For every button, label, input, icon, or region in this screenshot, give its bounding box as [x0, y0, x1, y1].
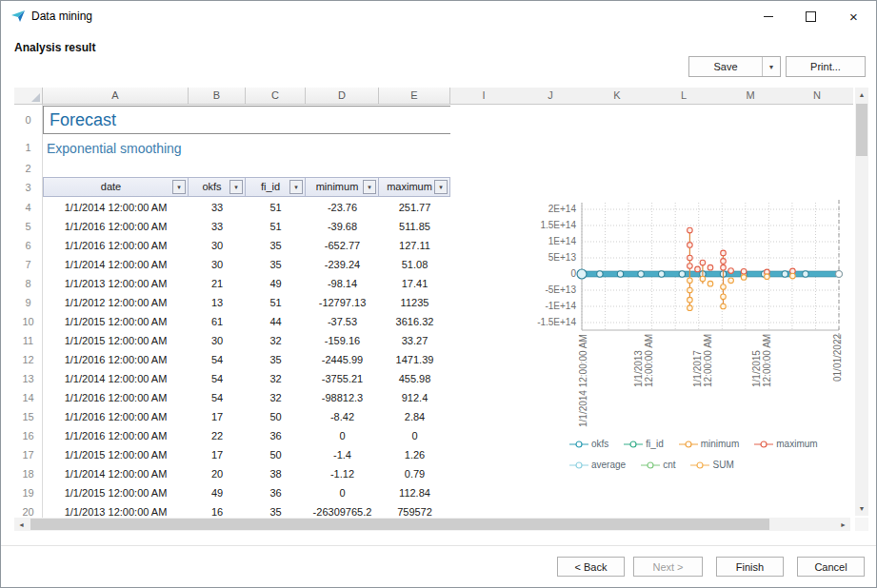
- row-number[interactable]: 15: [14, 407, 42, 426]
- row-number[interactable]: 8: [14, 274, 42, 293]
- row-number[interactable]: 2: [14, 160, 42, 177]
- table-cell[interactable]: 35: [246, 502, 306, 518]
- table-cell[interactable]: 0: [379, 426, 450, 445]
- column-header-far[interactable]: L: [681, 88, 687, 104]
- row-number[interactable]: 13: [14, 369, 42, 388]
- table-cell[interactable]: -8.42: [306, 407, 379, 426]
- save-dropdown-icon[interactable]: ▾: [763, 63, 780, 71]
- table-cell[interactable]: 1/1/2016 12:00:00 AM: [43, 407, 189, 426]
- maximize-button[interactable]: [789, 2, 832, 31]
- row-number[interactable]: 9: [14, 293, 42, 312]
- table-cell[interactable]: -2445.99: [306, 350, 379, 369]
- table-cell[interactable]: 1/1/2016 12:00:00 AM: [43, 388, 189, 407]
- table-cell[interactable]: -1.4: [306, 445, 379, 464]
- table-cell[interactable]: 21: [189, 274, 246, 293]
- table-cell[interactable]: 1/1/2016 12:00:00 AM: [43, 350, 189, 369]
- back-button[interactable]: < Back: [557, 557, 625, 577]
- table-cell[interactable]: 20: [189, 464, 246, 483]
- table-cell[interactable]: 1/1/2013 12:00:00 AM: [43, 502, 189, 518]
- table-cell[interactable]: 17: [189, 445, 246, 464]
- subtitle-cell[interactable]: Exponential smoothing: [47, 141, 182, 156]
- scroll-up-icon[interactable]: ▲: [855, 88, 868, 102]
- table-cell[interactable]: 30: [189, 331, 246, 350]
- table-cell[interactable]: 1/1/2015 12:00:00 AM: [43, 312, 189, 331]
- column-header-B[interactable]: B: [189, 88, 246, 104]
- save-button[interactable]: Save ▾: [688, 56, 781, 77]
- title-bar[interactable]: Data mining ×: [1, 1, 876, 31]
- column-header-far[interactable]: I: [482, 88, 485, 104]
- table-cell[interactable]: 22: [189, 426, 246, 445]
- filter-header-maximum[interactable]: maximum▾: [379, 177, 450, 197]
- row-number[interactable]: 10: [14, 312, 42, 331]
- table-cell[interactable]: 49: [246, 274, 306, 293]
- table-cell[interactable]: 1/1/2015 12:00:00 AM: [43, 445, 189, 464]
- table-cell[interactable]: 455.98: [379, 369, 450, 388]
- scroll-right-icon[interactable]: ►: [836, 518, 850, 531]
- table-cell[interactable]: 759572: [379, 502, 450, 518]
- filter-dropdown-button[interactable]: ▾: [289, 180, 303, 194]
- table-cell[interactable]: 1/1/2016 12:00:00 AM: [43, 236, 189, 255]
- table-cell[interactable]: -1.12: [306, 464, 379, 483]
- cancel-button[interactable]: Cancel: [797, 557, 865, 577]
- table-cell[interactable]: 1/1/2014 12:00:00 AM: [43, 369, 189, 388]
- table-cell[interactable]: -98.14: [306, 274, 379, 293]
- table-cell[interactable]: -23.76: [306, 198, 379, 217]
- table-cell[interactable]: 49: [189, 483, 246, 502]
- table-cell[interactable]: 112.84: [379, 483, 450, 502]
- table-cell[interactable]: 51: [246, 217, 306, 236]
- table-cell[interactable]: 1/1/2014 12:00:00 AM: [43, 255, 189, 274]
- table-cell[interactable]: 912.4: [379, 388, 450, 407]
- table-cell[interactable]: 16: [189, 502, 246, 518]
- table-cell[interactable]: -3755.21: [306, 369, 379, 388]
- column-header-far[interactable]: M: [746, 88, 754, 104]
- table-cell[interactable]: 1/1/2014 12:00:00 AM: [43, 198, 189, 217]
- select-all-corner[interactable]: [14, 88, 43, 104]
- row-number[interactable]: 1: [14, 135, 42, 160]
- table-cell[interactable]: 54: [189, 388, 246, 407]
- table-cell[interactable]: 30: [189, 255, 246, 274]
- close-button[interactable]: ×: [832, 2, 875, 31]
- table-cell[interactable]: -652.77: [306, 236, 379, 255]
- row-number[interactable]: 11: [14, 331, 42, 350]
- filter-dropdown-button[interactable]: ▾: [434, 180, 448, 194]
- table-cell[interactable]: 251.77: [379, 198, 450, 217]
- table-cell[interactable]: 13: [189, 293, 246, 312]
- row-number[interactable]: 12: [14, 350, 42, 369]
- row-number[interactable]: 14: [14, 388, 42, 407]
- table-cell[interactable]: 17: [189, 407, 246, 426]
- row-number[interactable]: 6: [14, 236, 42, 255]
- filter-dropdown-button[interactable]: ▾: [229, 180, 243, 194]
- table-cell[interactable]: 38: [246, 464, 306, 483]
- column-header-D[interactable]: D: [306, 88, 379, 104]
- table-cell[interactable]: 1.26: [379, 445, 450, 464]
- table-cell[interactable]: 11235: [379, 293, 450, 312]
- finish-button[interactable]: Finish: [716, 557, 784, 577]
- column-header-A[interactable]: A: [43, 88, 189, 104]
- table-cell[interactable]: 1/1/2012 12:00:00 AM: [43, 293, 189, 312]
- table-cell[interactable]: 51.08: [379, 255, 450, 274]
- column-header-far[interactable]: K: [613, 88, 620, 104]
- table-cell[interactable]: 17.41: [379, 274, 450, 293]
- table-cell[interactable]: 1/1/2016 12:00:00 AM: [43, 426, 189, 445]
- table-cell[interactable]: -12797.13: [306, 293, 379, 312]
- table-cell[interactable]: 54: [189, 369, 246, 388]
- table-cell[interactable]: 127.11: [379, 236, 450, 255]
- filter-header-fi_id[interactable]: fi_id▾: [246, 177, 306, 197]
- row-number[interactable]: 20: [14, 502, 42, 518]
- table-cell[interactable]: 3616.32: [379, 312, 450, 331]
- horizontal-scrollbar-thumb[interactable]: [30, 519, 769, 530]
- table-cell[interactable]: 35: [246, 255, 306, 274]
- table-cell[interactable]: 50: [246, 407, 306, 426]
- row-number[interactable]: 19: [14, 483, 42, 502]
- table-cell[interactable]: 51: [246, 293, 306, 312]
- table-cell[interactable]: 35: [246, 236, 306, 255]
- table-cell[interactable]: 511.85: [379, 217, 450, 236]
- horizontal-scrollbar[interactable]: ◄ ►: [14, 518, 850, 531]
- row-number[interactable]: 18: [14, 464, 42, 483]
- row-number[interactable]: 16: [14, 426, 42, 445]
- table-cell[interactable]: 1/1/2013 12:00:00 AM: [43, 274, 189, 293]
- filter-header-minimum[interactable]: minimum▾: [306, 177, 379, 197]
- table-cell[interactable]: -39.68: [306, 217, 379, 236]
- table-cell[interactable]: 50: [246, 445, 306, 464]
- row-number[interactable]: 7: [14, 255, 42, 274]
